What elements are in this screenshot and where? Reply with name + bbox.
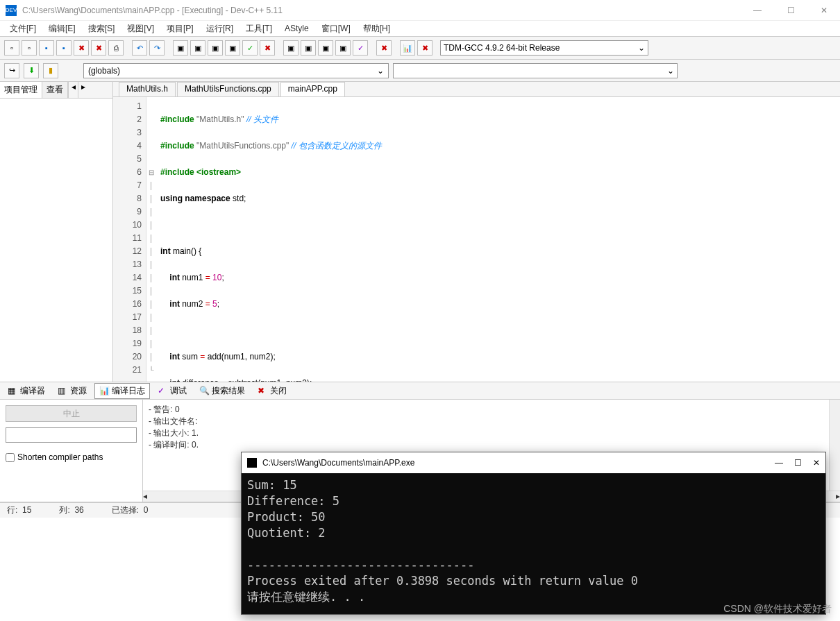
tool4-icon[interactable]: ▣ xyxy=(335,40,351,56)
code-body[interactable]: #include "MathUtils.h" // 头文件 #include "… xyxy=(156,97,840,382)
compile-icon[interactable]: ▣ xyxy=(173,40,188,56)
shorten-paths-input[interactable] xyxy=(6,453,15,462)
debug-icon[interactable]: ✓ xyxy=(242,40,258,56)
menu-edit[interactable]: 编辑[E] xyxy=(43,22,81,36)
clean-icon[interactable]: ✖ xyxy=(376,40,392,56)
log-line: - 警告: 0 xyxy=(149,404,834,416)
tool3-icon[interactable]: ▣ xyxy=(318,40,333,56)
new-file-icon[interactable]: ▫ xyxy=(4,40,19,56)
bottom-tabs: ▦编译器 ▥资源 📊编译日志 ✓调试 🔍搜索结果 ✖关闭 xyxy=(0,382,840,400)
grid-icon: ▦ xyxy=(8,386,17,395)
globals-select[interactable]: (globals) ⌄ xyxy=(83,63,389,78)
toolbar-secondary: ↪ ⬇ ▮ (globals) ⌄ ⌄ xyxy=(0,60,840,82)
toolbar-main: ▫ ▫ ▪ ▪ ✖ ✖ ⎙ ↶ ↷ ▣ ▣ ▣ ▣ ✓ ✖ ▣ ▣ ▣ ▣ ✓ … xyxy=(0,36,840,60)
scope-select[interactable]: ⌄ xyxy=(393,63,678,78)
log-line: - 输出大小: 1. xyxy=(149,427,834,439)
line-gutter: 123456789101112131415161718192021 xyxy=(113,97,146,382)
close-file-icon[interactable]: ✖ xyxy=(74,40,89,56)
maximize-button[interactable]: ☐ xyxy=(780,6,801,15)
abort-button[interactable]: 中止 xyxy=(6,405,137,422)
del-profile-icon[interactable]: ✖ xyxy=(417,40,432,56)
console-title-text: C:\Users\Wang\Documents\mainAPP.exe xyxy=(262,458,775,468)
menu-window[interactable]: 窗口[W] xyxy=(316,22,356,36)
titlebar: DEV C:\Users\Wang\Documents\mainAPP.cpp … xyxy=(0,0,840,21)
chart-icon: 📊 xyxy=(99,386,109,395)
console-close-button[interactable]: ✕ xyxy=(813,458,820,468)
watermark: CSDN @软件技术爱好者 xyxy=(723,603,832,615)
save-all-icon[interactable]: ▪ xyxy=(56,40,72,56)
menu-astyle[interactable]: AStyle xyxy=(279,22,314,35)
compiler-select-value: TDM-GCC 4.9.2 64-bit Release xyxy=(444,43,560,53)
shorten-paths-label: Shorten compiler paths xyxy=(17,452,103,462)
menu-view[interactable]: 视图[V] xyxy=(121,22,160,36)
menu-tools[interactable]: 工具[T] xyxy=(240,22,278,36)
console-window: C:\Users\Wang\Documents\mainAPP.exe — ☐ … xyxy=(241,452,826,615)
bottom-tab-debug[interactable]: ✓调试 xyxy=(153,383,192,399)
compiler-select[interactable]: TDM-GCC 4.9.2 64-bit Release ⌄ xyxy=(440,40,648,56)
window-title: C:\Users\Wang\Documents\mainAPP.cpp - [E… xyxy=(22,6,747,15)
sidebar: 项目管理 查看 ◂ ▸ xyxy=(0,82,113,382)
bookmark-icon[interactable]: ▮ xyxy=(43,63,58,78)
file-tab-1[interactable]: MathUtilsFunctions.cpp xyxy=(177,82,279,96)
menu-run[interactable]: 运行[R] xyxy=(201,22,239,36)
stop-icon[interactable]: ✖ xyxy=(260,40,275,56)
tool2-icon[interactable]: ▣ xyxy=(301,40,316,56)
console-icon xyxy=(247,458,257,468)
console-maximize-button[interactable]: ☐ xyxy=(794,458,802,468)
close-all-icon[interactable]: ✖ xyxy=(91,40,106,56)
bottom-tab-compiler[interactable]: ▦编译器 xyxy=(3,383,50,399)
status-col: 36 xyxy=(74,505,83,515)
bottom-tab-compilelog[interactable]: 📊编译日志 xyxy=(94,383,150,399)
stack-icon: ▥ xyxy=(58,386,67,395)
undo-icon[interactable]: ↶ xyxy=(132,40,147,56)
file-tab-0[interactable]: MathUtils.h xyxy=(119,82,176,96)
search-icon: 🔍 xyxy=(199,386,209,395)
status-sel: 0 xyxy=(144,505,149,515)
bottom-tab-resources[interactable]: ▥资源 xyxy=(53,383,92,399)
abort-input[interactable] xyxy=(6,427,137,443)
menu-search[interactable]: 搜索[S] xyxy=(83,22,121,36)
sidebar-tab-view[interactable]: 查看 xyxy=(42,82,68,98)
menu-project[interactable]: 项目[P] xyxy=(161,22,199,36)
app-icon: DEV xyxy=(6,5,17,16)
sidebar-scroll-left-icon[interactable]: ◂ xyxy=(68,82,78,98)
file-tabs: MathUtils.h MathUtilsFunctions.cpp mainA… xyxy=(113,82,840,97)
minimize-button[interactable]: — xyxy=(747,6,768,15)
print-icon[interactable]: ⎙ xyxy=(108,40,124,56)
chevron-down-icon: ⌄ xyxy=(667,66,674,76)
insert-icon[interactable]: ⬇ xyxy=(24,63,39,78)
check-icon: ✓ xyxy=(158,386,167,395)
console-output[interactable]: Sum: 15 Difference: 5 Product: 50 Quotie… xyxy=(242,473,825,609)
menu-file[interactable]: 文件[F] xyxy=(4,22,42,36)
globals-value: (globals) xyxy=(88,66,120,76)
log-line: - 编译时间: 0. xyxy=(149,439,834,451)
console-titlebar[interactable]: C:\Users\Wang\Documents\mainAPP.exe — ☐ … xyxy=(242,452,825,473)
close-button[interactable]: ✕ xyxy=(814,6,834,15)
sidebar-scroll-right-icon[interactable]: ▸ xyxy=(78,82,87,98)
chevron-down-icon: ⌄ xyxy=(377,66,384,76)
menu-help[interactable]: 帮助[H] xyxy=(358,22,396,36)
shorten-paths-checkbox[interactable]: Shorten compiler paths xyxy=(6,452,137,462)
save-icon[interactable]: ▪ xyxy=(39,40,54,56)
sidebar-tab-project[interactable]: 项目管理 xyxy=(0,82,42,98)
goto-icon[interactable]: ↪ xyxy=(4,63,19,78)
rebuild-icon[interactable]: ▣ xyxy=(225,40,240,56)
bottom-tab-close[interactable]: ✖关闭 xyxy=(253,383,292,399)
open-icon[interactable]: ▫ xyxy=(22,40,37,56)
check-icon[interactable]: ✓ xyxy=(353,40,368,56)
code-editor[interactable]: 123456789101112131415161718192021 ⊟│││││… xyxy=(113,97,840,382)
profile-icon[interactable]: 📊 xyxy=(400,40,415,56)
compile-run-icon[interactable]: ▣ xyxy=(208,40,223,56)
chevron-down-icon: ⌄ xyxy=(638,43,645,53)
log-line: - 输出文件名: xyxy=(149,416,834,427)
tool1-icon[interactable]: ▣ xyxy=(283,40,299,56)
scrollbar-vertical[interactable] xyxy=(829,400,840,502)
redo-icon[interactable]: ↷ xyxy=(149,40,165,56)
bottom-tab-search[interactable]: 🔍搜索结果 xyxy=(194,383,250,399)
status-line: 15 xyxy=(22,505,31,515)
console-minimize-button[interactable]: — xyxy=(775,458,783,468)
file-tab-2[interactable]: mainAPP.cpp xyxy=(280,82,345,96)
editor-area: MathUtils.h MathUtilsFunctions.cpp mainA… xyxy=(113,82,840,382)
run-icon[interactable]: ▣ xyxy=(190,40,205,56)
fold-gutter: ⊟││││││││││││││└ xyxy=(146,97,156,382)
